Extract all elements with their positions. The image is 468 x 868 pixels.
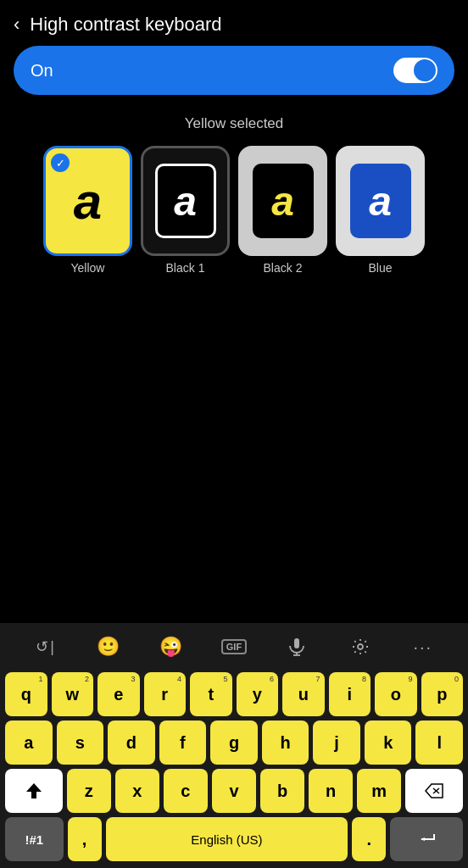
key-y[interactable]: 6y [237, 672, 279, 716]
svg-point-3 [358, 644, 363, 649]
key-b[interactable]: b [260, 769, 304, 813]
key-row-2: a s d f g h j k l [5, 721, 463, 765]
key-row-3: z x c v b n m [5, 769, 463, 813]
gif-label: GIF [221, 639, 247, 654]
key-n[interactable]: n [309, 769, 353, 813]
keyboard-rows: 1q 2w 3e 4r 5t 6y 7u 8i 9o 0p a s d f g … [0, 669, 468, 813]
toggle-label: On [31, 61, 53, 81]
key-e[interactable]: 3e [98, 672, 140, 716]
more-button[interactable]: ··· [392, 632, 454, 662]
mic-button[interactable] [265, 632, 328, 662]
key-w[interactable]: 2w [52, 672, 94, 716]
header: ‹ High contrast keyboard [0, 0, 468, 46]
toggle-switch[interactable] [393, 58, 437, 83]
key-z[interactable]: z [67, 769, 111, 813]
key-q[interactable]: 1q [5, 672, 47, 716]
page-title: High contrast keyboard [30, 14, 221, 36]
key-v[interactable]: v [212, 769, 256, 813]
black2-box[interactable]: a [238, 146, 327, 256]
key-i[interactable]: 8i [329, 672, 371, 716]
key-g[interactable]: g [210, 721, 258, 765]
keyboard-bottom-row: !#1 , English (US) . [0, 817, 468, 868]
key-p[interactable]: 0p [421, 672, 464, 716]
key-m[interactable]: m [357, 769, 401, 813]
keyboard: ↺ | 🙂 😜 GIF ··· [0, 623, 468, 868]
black1-inner: a [155, 164, 216, 238]
key-h[interactable]: h [262, 721, 309, 765]
blue-box[interactable]: a [336, 146, 425, 256]
gif-button[interactable]: GIF [203, 632, 265, 662]
enter-key[interactable] [390, 817, 463, 861]
color-option-yellow[interactable]: ✓ a Yellow [43, 146, 132, 275]
key-l[interactable]: l [415, 721, 463, 765]
blue-letter: a [369, 178, 392, 225]
blue-inner: a [350, 164, 411, 238]
yellow-letter: a [74, 172, 102, 231]
key-d[interactable]: d [108, 721, 155, 765]
key-x[interactable]: x [115, 769, 159, 813]
key-a[interactable]: a [5, 721, 53, 765]
blue-label: Blue [368, 261, 392, 275]
yellow-label: Yellow [71, 261, 105, 275]
svg-rect-0 [294, 638, 299, 648]
key-j[interactable]: j [313, 721, 360, 765]
key-k[interactable]: k [365, 721, 412, 765]
emoji-button[interactable]: 🙂 [76, 632, 139, 662]
black1-label: Black 1 [166, 261, 205, 275]
color-option-blue[interactable]: a Blue [336, 146, 425, 275]
black1-letter: a [174, 178, 197, 225]
period-key[interactable]: . [352, 817, 386, 861]
key-f[interactable]: f [159, 721, 207, 765]
check-badge: ✓ [51, 153, 70, 172]
toggle-row[interactable]: On [14, 46, 454, 95]
color-options: ✓ a Yellow a Black 1 a Black 2 a Blue [0, 146, 468, 275]
symbols-key[interactable]: !#1 [5, 817, 64, 861]
selected-label: Yellow selected [0, 115, 468, 132]
sticker-button[interactable]: 😜 [140, 632, 203, 662]
keyboard-toolbar: ↺ | 🙂 😜 GIF ··· [0, 623, 468, 669]
color-option-black2[interactable]: a Black 2 [238, 146, 327, 275]
key-row-1: 1q 2w 3e 4r 5t 6y 7u 8i 9o 0p [5, 672, 463, 716]
yellow-box[interactable]: ✓ a [43, 146, 132, 256]
key-o[interactable]: 9o [375, 672, 417, 716]
black2-letter: a [271, 178, 294, 225]
color-option-black1[interactable]: a Black 1 [141, 146, 230, 275]
back-button[interactable]: ‹ [14, 14, 20, 36]
key-s[interactable]: s [57, 721, 104, 765]
black1-box[interactable]: a [141, 146, 230, 256]
key-c[interactable]: c [164, 769, 208, 813]
space-key[interactable]: English (US) [106, 817, 348, 861]
key-r[interactable]: 4r [144, 672, 187, 716]
settings-button[interactable] [328, 632, 391, 662]
black2-inner: a [253, 164, 314, 238]
backspace-key[interactable] [405, 769, 463, 813]
black2-label: Black 2 [264, 261, 303, 275]
key-t[interactable]: 5t [190, 672, 232, 716]
shift-key[interactable] [5, 769, 63, 813]
comma-key[interactable]: , [68, 817, 102, 861]
translate-button[interactable]: ↺ | [14, 632, 76, 662]
key-u[interactable]: 7u [282, 672, 325, 716]
